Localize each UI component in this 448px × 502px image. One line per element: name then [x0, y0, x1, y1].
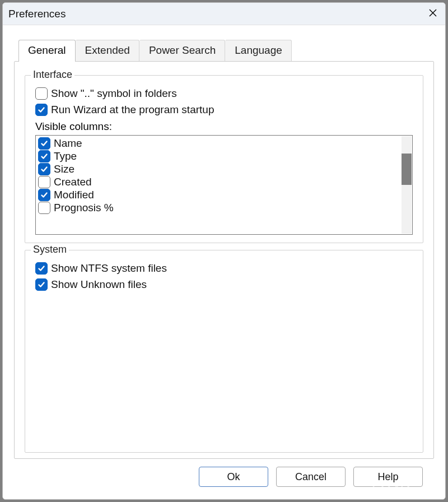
column-row: Type	[38, 150, 400, 162]
run-wizard-label[interactable]: Run Wizard at the program startup	[51, 104, 214, 116]
dialog-body: General Extended Power Search Language I…	[3, 25, 445, 499]
show-ntfs-label[interactable]: Show NTFS system files	[51, 262, 167, 275]
column-row: Name	[38, 137, 400, 150]
show-unknown-row: Show Unknown files	[35, 278, 413, 291]
column-row: Prognosis %	[38, 202, 400, 214]
show-dotdot-label[interactable]: Show ".." symbol in folders	[51, 87, 177, 100]
interface-legend: Interface	[31, 69, 74, 81]
tab-general[interactable]: General	[18, 40, 76, 62]
scrollbar-thumb[interactable]	[402, 154, 412, 185]
tab-language[interactable]: Language	[225, 40, 292, 61]
run-wizard-checkbox[interactable]	[35, 104, 48, 116]
tab-extended[interactable]: Extended	[76, 40, 139, 61]
show-ntfs-checkbox[interactable]	[35, 262, 48, 275]
show-ntfs-row: Show NTFS system files	[35, 262, 413, 275]
show-dotdot-checkbox[interactable]	[35, 87, 48, 100]
ok-button[interactable]: Ok	[199, 467, 268, 487]
visible-columns-items: Name Type Size Created	[38, 137, 400, 215]
column-label[interactable]: Type	[54, 150, 77, 162]
visible-columns-caption: Visible columns:	[35, 120, 413, 133]
close-button[interactable]	[421, 3, 445, 25]
show-dotdot-row: Show ".." symbol in folders	[35, 87, 413, 100]
button-bar: Ok Cancel Help	[14, 459, 434, 495]
visible-columns-list[interactable]: Name Type Size Created	[35, 135, 413, 235]
close-icon	[429, 9, 437, 19]
tab-panel-general: Interface Show ".." symbol in folders Ru…	[14, 61, 434, 459]
help-button[interactable]: Help	[353, 467, 423, 487]
column-row: Size	[38, 163, 400, 175]
window-title: Preferences	[8, 8, 421, 20]
column-checkbox[interactable]	[38, 163, 50, 175]
column-checkbox[interactable]	[38, 176, 50, 188]
column-label[interactable]: Modified	[54, 189, 94, 201]
tab-power-search[interactable]: Power Search	[139, 40, 225, 61]
titlebar: Preferences	[3, 3, 445, 25]
column-label[interactable]: Prognosis %	[54, 202, 114, 214]
column-checkbox[interactable]	[38, 189, 50, 201]
column-checkbox[interactable]	[38, 202, 50, 214]
column-checkbox[interactable]	[38, 150, 50, 162]
column-checkbox[interactable]	[38, 137, 50, 150]
column-row: Modified	[38, 189, 400, 201]
tab-row: General Extended Power Search Language	[14, 40, 434, 61]
cancel-button[interactable]: Cancel	[276, 467, 346, 487]
system-legend: System	[31, 244, 69, 255]
interface-group: Interface Show ".." symbol in folders Ru…	[25, 75, 423, 243]
column-label[interactable]: Name	[54, 137, 82, 150]
system-group: System Show NTFS system files Show Unkno…	[25, 250, 423, 453]
scrollbar-track[interactable]	[402, 136, 412, 234]
column-label[interactable]: Created	[54, 176, 92, 188]
column-row: Created	[38, 176, 400, 188]
show-unknown-label[interactable]: Show Unknown files	[51, 278, 147, 291]
show-unknown-checkbox[interactable]	[35, 278, 48, 291]
column-label[interactable]: Size	[54, 163, 74, 175]
preferences-dialog: Preferences General Extended Power Searc…	[2, 2, 446, 500]
run-wizard-row: Run Wizard at the program startup	[35, 104, 413, 116]
